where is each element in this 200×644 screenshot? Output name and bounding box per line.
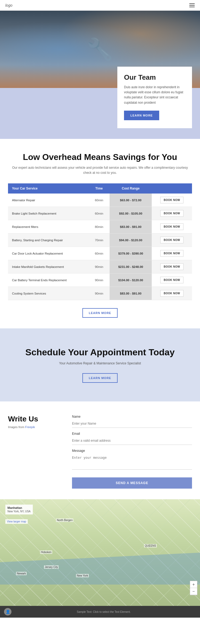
service-cost: $63.00 - $72.00 [110, 194, 152, 207]
book-now-button[interactable]: BOOK NOW [160, 237, 183, 243]
contact-title: Write Us [8, 415, 61, 423]
hero-title: Our Team [124, 73, 185, 82]
table-row: Alternator Repair 60min $63.00 - $72.00 … [8, 194, 192, 207]
table-row: Brake Light Switch Replacement 60min $92… [8, 207, 192, 220]
book-cell: BOOK NOW [152, 234, 192, 247]
map-location-name: Manhattan [7, 506, 22, 509]
service-cost: $83.00 - $91.00 [110, 220, 152, 234]
book-now-button[interactable]: BOOK NOW [160, 290, 183, 297]
service-cost: $83.00 - $91.00 [110, 287, 152, 300]
message-input[interactable] [72, 454, 192, 470]
appointment-title: Schedule Your Appointment Today [8, 347, 192, 357]
table-row: Car Door Lock Actuator Replacement 60min… [8, 247, 192, 260]
service-cost: $379.00 - $390.00 [110, 247, 152, 260]
email-input[interactable] [72, 437, 192, 445]
map-background: North BergenHobokenJersey CityNew YorkQU… [0, 499, 200, 606]
hero-cta-button[interactable]: LEARN MORE [124, 111, 159, 120]
savings-title: Low Overhead Means Savings for You [8, 152, 192, 162]
map-city-label: North Bergen [56, 518, 73, 522]
map-zoom-controls: + − [190, 581, 197, 595]
book-now-button[interactable]: BOOK NOW [160, 197, 183, 203]
contact-left: Write Us Images from Freepik [8, 415, 61, 489]
map-city-label: Hoboken [40, 550, 52, 554]
footer: 👤 Sample Text: Click to select the Text … [0, 606, 200, 618]
service-time: 90min [89, 273, 110, 287]
service-name: Brake Light Switch Replacement [8, 207, 89, 220]
contact-section: Write Us Images from Freepik Name Email … [0, 401, 200, 499]
table-row: Battery, Starting and Charging Repair 70… [8, 234, 192, 247]
map-city-label: QUEENS [144, 544, 157, 548]
hamburger-line-3 [189, 7, 195, 7]
email-label: Email [72, 432, 192, 436]
hero-card: Our Team Duis aute irure dolor in repreh… [117, 67, 192, 128]
table-row: Replacement filters 80min $83.00 - $91.0… [8, 220, 192, 234]
map-location-label: Manhattan New York, NY, USA [5, 505, 33, 514]
book-now-button[interactable]: BOOK NOW [160, 223, 183, 230]
map-view-larger-link[interactable]: View larger map [5, 519, 28, 524]
contact-form: Name Email Message SEND A MESSAGE [72, 415, 192, 489]
col-action [152, 183, 192, 194]
service-table: Your Car Service Time Cost Range Alterna… [8, 183, 192, 300]
book-cell: BOOK NOW [152, 273, 192, 287]
map-city-label: New York [76, 574, 89, 577]
table-row: Car Battery Terminal Ends Replacement 90… [8, 273, 192, 287]
hero-section: Our Team Duis aute irure dolor in repreh… [0, 11, 200, 139]
service-cost: $94.00 - $120.00 [110, 234, 152, 247]
book-cell: BOOK NOW [152, 287, 192, 300]
name-label: Name [72, 415, 192, 418]
name-field-group: Name [72, 415, 192, 428]
service-time: 60min [89, 207, 110, 220]
table-header-row: Your Car Service Time Cost Range [8, 183, 192, 194]
book-now-button[interactable]: BOOK NOW [160, 277, 183, 283]
savings-subtitle: Our expert auto technicians will assess … [8, 165, 192, 175]
contact-attribution: Images from Freepik [8, 425, 61, 429]
service-name: Car Door Lock Actuator Replacement [8, 247, 89, 260]
zoom-out-button[interactable]: − [190, 588, 197, 595]
service-name: Cooling System Services [8, 287, 89, 300]
service-cost: $104.00 - $120.00 [110, 273, 152, 287]
service-name: Car Battery Terminal Ends Replacement [8, 273, 89, 287]
message-field-group: Message [72, 449, 192, 471]
email-field-group: Email [72, 432, 192, 445]
service-time: 60min [89, 194, 110, 207]
message-label: Message [72, 449, 192, 453]
logo: logo [5, 3, 12, 7]
hamburger-line-2 [189, 5, 195, 6]
book-cell: BOOK NOW [152, 220, 192, 234]
name-input[interactable] [72, 420, 192, 428]
service-time: 70min [89, 234, 110, 247]
col-service: Your Car Service [8, 183, 89, 194]
table-row: Intake Manifold Gaskets Replacement 90mi… [8, 260, 192, 273]
send-button[interactable]: SEND A MESSAGE [72, 477, 192, 489]
savings-cta-button[interactable]: LEARN MORE [82, 308, 118, 318]
book-cell: BOOK NOW [152, 247, 192, 260]
appointment-section: Schedule Your Appointment Today Your Aut… [0, 328, 200, 401]
col-time: Time [89, 183, 110, 194]
map-city-label: Jersey City [44, 565, 59, 569]
appointment-cta-button[interactable]: LEARN MORE [82, 373, 118, 383]
col-cost: Cost Range [110, 183, 152, 194]
hamburger-line-1 [189, 3, 195, 4]
service-cost: $231.00 - $248.00 [110, 260, 152, 273]
header: logo [0, 0, 200, 11]
book-now-button[interactable]: BOOK NOW [160, 210, 183, 217]
book-cell: BOOK NOW [152, 260, 192, 273]
book-now-button[interactable]: BOOK NOW [160, 250, 183, 257]
map-section: North BergenHobokenJersey CityNew YorkQU… [0, 499, 200, 606]
appointment-subtitle: Your Automotive Repair & Maintenance Ser… [8, 361, 192, 365]
map-address: New York, NY, USA [7, 510, 31, 513]
service-cost: $92.00 - $105.00 [110, 207, 152, 220]
table-row: Cooling System Services 90min $83.00 - $… [8, 287, 192, 300]
freepik-link[interactable]: Freepik [25, 425, 35, 429]
zoom-in-button[interactable]: + [190, 581, 197, 588]
service-time: 90min [89, 287, 110, 300]
hero-description: Duis aute irure dolor in reprehenderit i… [124, 85, 185, 105]
service-name: Replacement filters [8, 220, 89, 234]
book-now-button[interactable]: BOOK NOW [160, 263, 183, 270]
map-city-label: Newark [16, 572, 27, 575]
book-cell: BOOK NOW [152, 194, 192, 207]
hamburger-menu[interactable] [189, 3, 195, 7]
footer-avatar: 👤 [4, 608, 11, 615]
service-time: 60min [89, 247, 110, 260]
service-name: Intake Manifold Gaskets Replacement [8, 260, 89, 273]
